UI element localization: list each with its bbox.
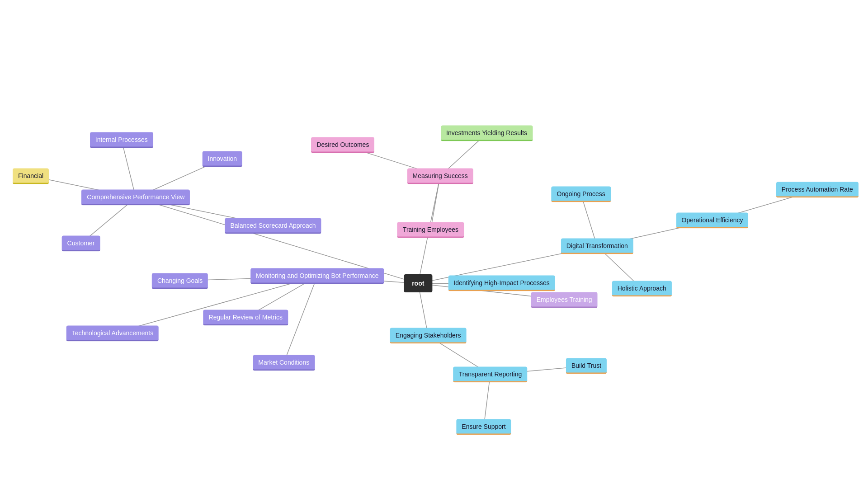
svg-line-1	[122, 140, 136, 198]
node-operationalEfficiency[interactable]: Operational Efficiency	[676, 213, 749, 229]
node-innovation[interactable]: Innovation	[202, 151, 242, 167]
node-investmentsYieldingResults[interactable]: Investments Yielding Results	[441, 126, 533, 141]
node-internalProcesses[interactable]: Internal Processes	[90, 132, 153, 148]
node-changingGoals[interactable]: Changing Goals	[152, 273, 208, 289]
node-ongoingProcess[interactable]: Ongoing Process	[551, 187, 610, 202]
node-transparentReporting[interactable]: Transparent Reporting	[453, 366, 528, 382]
mind-map: rootComprehensive Performance ViewIntern…	[0, 0, 868, 488]
node-monitoringOptimizing[interactable]: Monitoring and Optimizing Bot Performanc…	[250, 268, 384, 284]
node-balancedScorecardApproach[interactable]: Balanced Scorecard Approach	[225, 218, 321, 234]
node-buildTrust[interactable]: Build Trust	[566, 358, 607, 374]
node-digitalTransformation[interactable]: Digital Transformation	[561, 238, 633, 254]
node-engagingStakeholders[interactable]: Engaging Stakeholders	[390, 328, 467, 344]
node-ensureSupport[interactable]: Ensure Support	[456, 419, 511, 435]
connections-svg	[0, 0, 868, 488]
node-regularReviewMetrics[interactable]: Regular Review of Metrics	[203, 310, 288, 325]
node-processAutomationRate[interactable]: Process Automation Rate	[776, 182, 859, 198]
node-technologicalAdvancements[interactable]: Technological Advancements	[66, 325, 159, 341]
node-financial[interactable]: Financial	[13, 168, 49, 184]
svg-line-10	[284, 276, 317, 362]
node-holisticApproach[interactable]: Holistic Approach	[612, 281, 672, 297]
node-desiredOutcomes[interactable]: Desired Outcomes	[311, 137, 374, 153]
node-customer[interactable]: Customer	[62, 235, 100, 251]
node-root[interactable]: root	[404, 274, 432, 292]
node-marketConditions[interactable]: Market Conditions	[253, 355, 315, 371]
node-measuringSuccess[interactable]: Measuring Success	[407, 168, 473, 184]
node-employeesTraining[interactable]: Employees Training	[531, 292, 598, 308]
node-comprehensivePerformanceView[interactable]: Comprehensive Performance View	[81, 190, 190, 206]
node-identifyingHighImpact[interactable]: Identifying High-Impact Processes	[448, 276, 555, 291]
node-trainingEmployees[interactable]: Training Employees	[397, 222, 464, 238]
